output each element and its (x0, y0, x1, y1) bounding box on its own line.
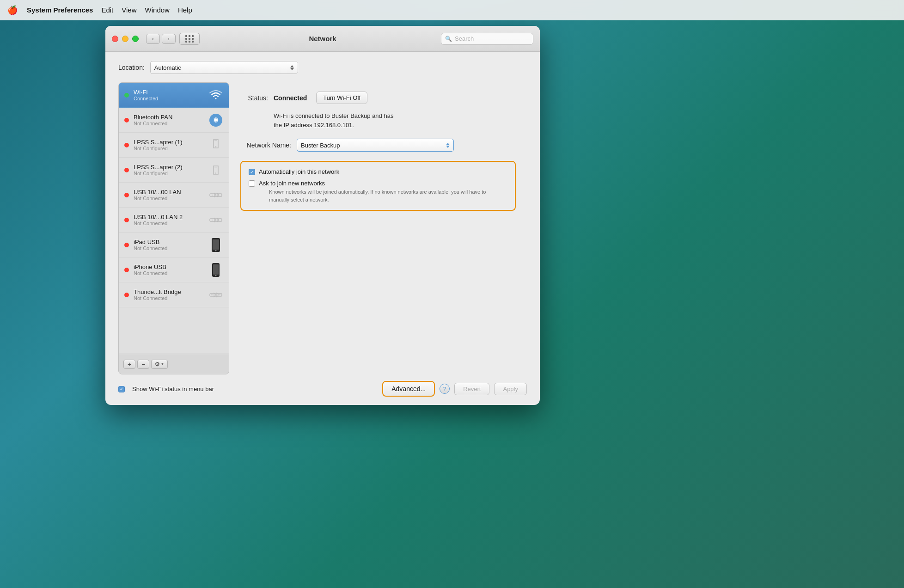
menubar-help[interactable]: Help (178, 6, 192, 14)
thunder-name: Thunde...lt Bridge (134, 288, 208, 295)
maximize-button[interactable] (132, 36, 139, 42)
lpss2-icon-container (208, 163, 223, 178)
ipad-text: iPad USB Not Connected (134, 239, 208, 251)
bluetooth-status: Not Connected (134, 121, 208, 126)
ask-join-row: Ask to join new networks Known networks … (249, 180, 507, 203)
usb2-icon-container (208, 213, 223, 227)
remove-network-button[interactable]: − (137, 360, 149, 369)
ipad-status-dot (124, 243, 129, 247)
apply-button[interactable]: Apply (494, 383, 527, 395)
sidebar-item-lpss1[interactable]: LPSS S...apter (1) Not Configured (119, 133, 229, 158)
menubar-system-preferences[interactable]: System Preferences (27, 6, 93, 14)
iphone-icon-container (208, 263, 223, 277)
window-title: Network (309, 35, 336, 43)
iphone-text: iPhone USB Not Connected (134, 263, 208, 276)
ipad-name: iPad USB (134, 239, 208, 245)
add-network-button[interactable]: + (123, 360, 135, 369)
show-wifi-row: ✓ Show Wi-Fi status in menu bar (118, 386, 382, 392)
ask-join-content: Ask to join new networks Known networks … (259, 180, 507, 203)
svg-point-2 (215, 172, 216, 173)
lpss1-text: LPSS S...apter (1) Not Configured (134, 139, 208, 151)
network-options-button[interactable]: ⚙ ▼ (151, 360, 168, 369)
location-value: Automatic (154, 64, 181, 71)
usb1-text: USB 10/...00 LAN Not Connected (134, 189, 208, 201)
sidebar-item-usb1[interactable]: USB 10/...00 LAN Not Connected (119, 183, 229, 208)
window-content: Location: Automatic Wi-Fi (105, 52, 540, 374)
network-name-select[interactable]: Buster Backup (297, 139, 454, 152)
svg-point-0 (215, 146, 216, 147)
nav-buttons: ‹ › (146, 34, 176, 44)
thunder-status: Not Connected (134, 295, 208, 301)
lpss2-name: LPSS S...apter (2) (134, 164, 208, 171)
auto-join-checkbox[interactable]: ✓ (249, 169, 255, 175)
right-panel: Status: Connected Turn Wi-Fi Off Wi-Fi i… (229, 82, 527, 374)
usb1-status: Not Connected (134, 196, 208, 201)
iphone-status: Not Connected (134, 270, 208, 276)
menubar-window[interactable]: Window (145, 6, 170, 14)
close-button[interactable] (112, 36, 118, 42)
lpss1-icon-container (208, 138, 223, 153)
sidebar-item-thunderbolt[interactable]: Thunde...lt Bridge Not Connected (119, 282, 229, 307)
network-options-box: ✓ Automatically join this network Ask to… (240, 161, 516, 211)
network-name-label: Network Name: (240, 141, 291, 149)
status-description: Wi-Fi is connected to Buster Backup and … (274, 111, 516, 129)
iphone-status-dot (124, 268, 129, 272)
svg-point-17 (215, 275, 217, 276)
bluetooth-icon: ✱ (209, 114, 222, 127)
ipad-status: Not Connected (134, 245, 208, 251)
sidebar-item-lpss2[interactable]: LPSS S...apter (2) Not Configured (119, 158, 229, 183)
sidebar-item-usb2[interactable]: USB 10/...0 LAN 2 Not Connected (119, 208, 229, 233)
main-area: Wi-Fi Connected (118, 82, 527, 374)
sidebar-item-bluetooth-pan[interactable]: Bluetooth PAN Not Connected ✱ (119, 108, 229, 133)
status-desc-text: Wi-Fi is connected to Buster Backup and … (274, 112, 393, 129)
svg-rect-8 (210, 219, 222, 221)
grid-view-button[interactable] (179, 33, 200, 45)
location-arrows (290, 65, 294, 70)
lpss2-status: Not Configured (134, 171, 208, 176)
usb2-status: Not Connected (134, 220, 208, 226)
apple-menu-icon[interactable]: 🍎 (7, 5, 18, 15)
wifi-text: Wi-Fi Connected (134, 89, 208, 101)
lpss1-status: Not Configured (134, 146, 208, 151)
minimize-button[interactable] (122, 36, 128, 42)
sidebar-item-wifi[interactable]: Wi-Fi Connected (119, 83, 229, 108)
location-label: Location: (118, 64, 145, 71)
bottom-buttons: Advanced... ? Revert Apply (382, 381, 527, 397)
thunder-status-dot (124, 293, 129, 297)
wifi-status: Connected (134, 96, 208, 101)
gear-chevron: ▼ (161, 362, 165, 366)
menubar-view[interactable]: View (122, 6, 136, 14)
back-button[interactable]: ‹ (146, 34, 160, 44)
usb2-status-dot (124, 218, 129, 222)
search-box[interactable]: 🔍 Search (441, 33, 533, 45)
status-value: Connected (274, 94, 307, 102)
bluetooth-icon-container: ✱ (208, 113, 223, 128)
show-wifi-checkbox[interactable]: ✓ (118, 386, 125, 392)
gear-icon: ⚙ (155, 361, 160, 368)
sidebar-item-iphone-usb[interactable]: iPhone USB Not Connected (119, 257, 229, 282)
sidebar-item-ipad-usb[interactable]: iPad USB Not Connected (119, 233, 229, 257)
auto-join-row: ✓ Automatically join this network (249, 168, 507, 175)
network-name-value: Buster Backup (301, 142, 340, 149)
help-button[interactable]: ? (440, 384, 450, 394)
ask-join-checkbox[interactable] (249, 180, 255, 187)
wifi-status-dot (124, 93, 129, 98)
svg-rect-13 (213, 239, 219, 250)
menubar-edit[interactable]: Edit (101, 6, 113, 14)
usb2-name: USB 10/...0 LAN 2 (134, 214, 208, 220)
forward-button[interactable]: › (162, 34, 176, 44)
location-select[interactable]: Automatic (150, 61, 298, 74)
revert-button[interactable]: Revert (454, 383, 489, 395)
thunder-text: Thunde...lt Bridge Not Connected (134, 288, 208, 301)
iphone-name: iPhone USB (134, 263, 208, 270)
show-wifi-label: Show Wi-Fi status in menu bar (132, 386, 214, 392)
turn-wifi-button[interactable]: Turn Wi-Fi Off (316, 92, 367, 104)
usb1-icon-container (208, 188, 223, 202)
lpss1-name: LPSS S...apter (1) (134, 139, 208, 146)
svg-rect-16 (213, 264, 219, 275)
phone1-icon (210, 138, 222, 153)
ipad-icon-container (208, 238, 223, 252)
advanced-button[interactable]: Advanced... (382, 381, 435, 397)
network-name-row: Network Name: Buster Backup (240, 139, 516, 152)
svg-point-14 (215, 250, 217, 251)
